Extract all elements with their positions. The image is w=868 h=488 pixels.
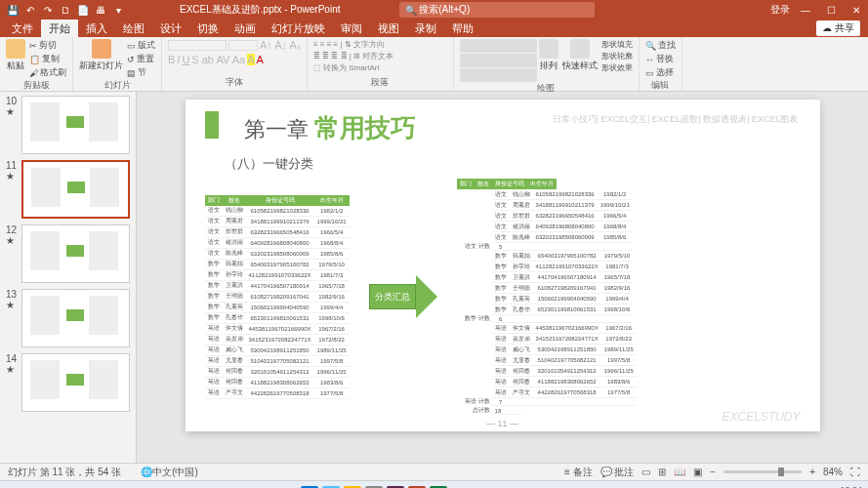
zoom-level[interactable]: 84% (823, 467, 843, 477)
save-icon[interactable]: 💾 (6, 3, 20, 17)
cut-button[interactable]: ✂剪切 (29, 39, 66, 52)
fit-window-icon[interactable]: ⛶ (850, 467, 860, 477)
tab-draw[interactable]: 绘图 (115, 20, 152, 38)
redo-icon[interactable]: ↷ (41, 3, 55, 17)
slide-page-number: — 11 — (205, 419, 801, 428)
new-slide-button[interactable]: 新建幻灯片 (79, 39, 123, 72)
slide-thumbnails: 10★11★12★13★14★ (0, 92, 137, 463)
tab-record[interactable]: 录制 (407, 20, 444, 38)
search-input[interactable]: 🔍 搜索(Alt+Q) (399, 2, 595, 18)
close-icon[interactable]: ✕ (845, 1, 868, 19)
thumbnail-10[interactable]: 10★ (6, 96, 130, 154)
shapes-gallery[interactable] (460, 39, 535, 82)
new-icon[interactable]: 🗋 (59, 3, 72, 17)
title-accent-bar (205, 111, 219, 139)
section-button[interactable]: ▤节 (127, 66, 155, 79)
replace-button[interactable]: ↔替换 (645, 53, 676, 65)
slide-subtitle: （八）一键分类 (225, 155, 801, 173)
slide-tags: 日常小技巧| EXCEL交互| EXCEL函数| 数据透视表| EXCEL图表 (553, 113, 799, 126)
notes-button[interactable]: ≡ 备注 (564, 466, 593, 479)
find-button[interactable]: 🔍查找 (645, 39, 676, 52)
ribbon-tabs: 文件 开始 插入 绘图 设计 切换 动画 幻灯片放映 审阅 视图 录制 帮助 ☁… (0, 20, 868, 37)
left-table: 部门姓名身份证号码出生年月语文钱山柳6105821998210283361982… (205, 195, 350, 399)
group-font: 字体 (168, 76, 301, 89)
thumbnail-12[interactable]: 12★ (6, 224, 130, 283)
tab-insert[interactable]: 插入 (78, 20, 115, 38)
paste-button[interactable]: 粘贴 (6, 39, 25, 72)
thumbnail-14[interactable]: 14★ (6, 353, 130, 412)
undo-icon[interactable]: ↶ (23, 3, 37, 17)
layout-button[interactable]: ▭版式 (127, 39, 155, 52)
format-painter-button[interactable]: 🖌格式刷 (29, 66, 66, 79)
window-title: EXCEL基础及进阶.pptx - PowerPoint (180, 3, 341, 17)
statusbar: 幻灯片 第 11 张，共 54 张 🌐 中文(中国) ≡ 备注 💬 批注 ▭ ⊞… (0, 463, 868, 480)
ribbon: 粘贴 ✂剪切 📋复制 🖌格式刷 剪贴板 新建幻灯片 ▭版式 ↺重置 ▤节 幻灯片… (0, 37, 868, 92)
zoom-out-button[interactable]: − (710, 467, 716, 477)
zoom-in-button[interactable]: + (809, 467, 815, 477)
zoom-slider[interactable] (723, 470, 802, 473)
group-paragraph: 段落 (313, 76, 447, 89)
reset-button[interactable]: ↺重置 (127, 53, 155, 65)
maximize-icon[interactable]: ☐ (819, 1, 843, 19)
shape-fill-button[interactable]: 形状填充 (601, 39, 633, 50)
tab-file[interactable]: 文件 (4, 20, 41, 38)
share-button[interactable]: ☁ 共享 (816, 20, 860, 36)
tab-view[interactable]: 视图 (370, 20, 407, 38)
minimize-icon[interactable]: — (794, 1, 817, 19)
thumbnail-11[interactable]: 11★ (6, 160, 130, 219)
tab-animations[interactable]: 动画 (227, 20, 264, 38)
language-indicator[interactable]: 中文(中国) (152, 466, 198, 479)
tab-home[interactable]: 开始 (41, 20, 78, 38)
print-icon[interactable]: 🖶 (94, 3, 107, 17)
copy-button[interactable]: 📋复制 (29, 53, 66, 65)
titlebar: 💾 ↶ ↷ 🗋 📄 🖶 ▾ EXCEL基础及进阶.pptx - PowerPoi… (0, 0, 868, 20)
login-button[interactable]: 登录 (768, 1, 792, 19)
tab-review[interactable]: 审阅 (333, 20, 370, 38)
arrow-shape: 分类汇总 (369, 275, 437, 318)
quick-access-toolbar: 💾 ↶ ↷ 🗋 📄 🖶 ▾ (0, 3, 131, 17)
comments-button[interactable]: 💬 批注 (600, 466, 635, 479)
group-slides: 幻灯片 (79, 79, 155, 92)
select-button[interactable]: ▭选择 (645, 66, 676, 79)
sorter-view-icon[interactable]: ⊞ (658, 467, 666, 477)
reading-view-icon[interactable]: 📖 (674, 467, 685, 477)
taskbar: S 中 ^ 🔊 🔋 19:04 2021/12/31 (0, 480, 868, 488)
normal-view-icon[interactable]: ▭ (641, 467, 650, 477)
slideshow-view-icon[interactable]: ▣ (693, 467, 702, 477)
quick-styles-button[interactable]: 快速样式 (562, 39, 598, 72)
arrange-button[interactable]: 排列 (539, 39, 558, 72)
open-icon[interactable]: 📄 (76, 3, 90, 17)
current-slide[interactable]: 第一章 常用技巧 日常小技巧| EXCEL交互| EXCEL函数| 数据透视表|… (186, 100, 820, 431)
slide-editor[interactable]: 第一章 常用技巧 日常小技巧| EXCEL交互| EXCEL函数| 数据透视表|… (137, 92, 868, 463)
group-clipboard: 剪贴板 (6, 79, 66, 92)
slide-counter: 幻灯片 第 11 张，共 54 张 (8, 466, 121, 479)
tab-help[interactable]: 帮助 (444, 20, 481, 38)
tab-design[interactable]: 设计 (152, 20, 189, 38)
group-editing: 编辑 (645, 79, 676, 92)
shape-effects-button[interactable]: 形状效果 (601, 62, 633, 73)
qat-dropdown-icon[interactable]: ▾ (111, 3, 125, 17)
tab-transitions[interactable]: 切换 (189, 20, 227, 38)
tab-slideshow[interactable]: 幻灯片放映 (264, 20, 333, 38)
shape-outline-button[interactable]: 形状轮廓 (601, 51, 633, 61)
right-table-group: 部门姓名身份证号码出生年月语文 计数语文钱山柳61058219982102833… (457, 179, 637, 415)
thumbnail-13[interactable]: 13★ (6, 289, 130, 347)
search-icon: 🔍 (405, 5, 417, 16)
slide-watermark: EXCELSTUDY (722, 410, 800, 424)
